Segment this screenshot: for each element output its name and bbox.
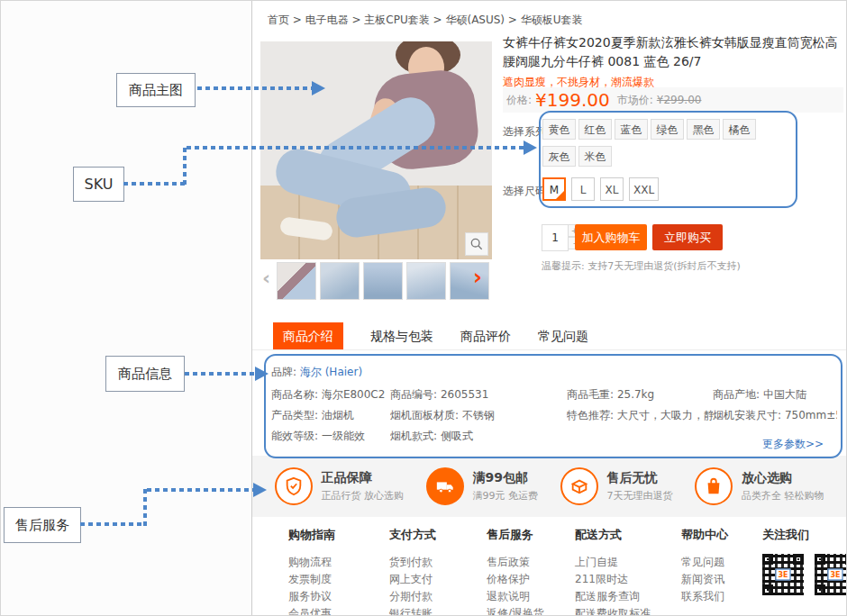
footer-link[interactable]: 服务协议 <box>288 588 389 605</box>
info-field: 特色推荐: 大尺寸，大吸力，静音... <box>567 408 713 423</box>
annotated-screenshot: 商品主图 SKU 商品信息 售后服务 首页 > 电子电器 > 主板CPU套装 >… <box>0 0 847 616</box>
brand-label: 品牌: <box>271 366 296 378</box>
footer-link[interactable]: 退款说明 <box>487 588 575 605</box>
qr-finder <box>762 554 773 565</box>
footer-link[interactable]: 联系我们 <box>681 588 762 605</box>
info-field-value: 中国大陆 <box>763 388 806 401</box>
more-params-link[interactable]: 更多参数>> <box>762 437 824 452</box>
footer-column-title: 支付方式 <box>389 527 487 543</box>
service-desc: 7天无理由退货 <box>607 489 673 503</box>
footer-column-title: 配送方式 <box>575 527 681 543</box>
service-desc: 满99元 免运费 <box>473 489 539 503</box>
thumbnail[interactable] <box>406 262 446 300</box>
size-options-row: M L XL XXL <box>542 177 659 201</box>
truck-icon <box>426 467 464 505</box>
product-main-image[interactable] <box>260 41 492 259</box>
service-item: 售后无忧 7天无理由退货 <box>560 467 673 505</box>
thumbnail[interactable] <box>450 262 489 300</box>
quantity-input[interactable]: 1 <box>542 224 569 251</box>
footer-link[interactable]: 价格保护 <box>487 571 575 588</box>
info-field: 烟机安装尺寸: 750mm±50mm（烟... <box>713 408 837 423</box>
footer-link[interactable]: 211限时达 <box>575 571 681 588</box>
footer-link[interactable]: 货到付款 <box>389 554 487 571</box>
footer-link[interactable]: 配送费收取标准 <box>575 605 681 616</box>
footer-link[interactable]: 返修/退换货 <box>487 605 575 616</box>
footer-link[interactable]: 发票制度 <box>288 571 389 588</box>
service-title: 满99包邮 <box>473 470 539 486</box>
service-guarantee-strip: 正品保障 正品行货 放心选购 满99包邮 满99元 免运费 售后无忧 7天无理由… <box>252 456 846 517</box>
series-option[interactable]: 绿色 <box>651 119 684 140</box>
footer-column-help: 帮助中心 常见问题 新闻资讯 联系我们 <box>681 527 762 616</box>
annotation-arrow-info <box>185 372 255 376</box>
add-to-cart-button[interactable]: 加入购物车 <box>575 224 647 250</box>
tab-reviews[interactable]: 商品评价 <box>460 322 511 349</box>
footer-link[interactable]: 购物流程 <box>288 554 389 571</box>
brand-link[interactable]: 海尔 (Haier) <box>300 366 362 378</box>
gallery-next-icon[interactable]: › <box>473 265 482 290</box>
annotation-arrowhead-main-image <box>312 81 325 95</box>
info-field: 烟机面板材质: 不锈钢 <box>390 408 567 423</box>
info-field-label: 烟机安装尺寸: <box>713 409 781 421</box>
info-field-label: 产品类型: <box>271 409 318 421</box>
footer-link[interactable]: 分期付款 <box>389 588 487 605</box>
footer-link[interactable]: 网上支付 <box>389 571 487 588</box>
size-option[interactable]: XL <box>600 177 624 201</box>
tab-spec-package[interactable]: 规格与包装 <box>370 322 433 349</box>
size-option-selected[interactable]: M <box>542 177 566 201</box>
thumbnail[interactable] <box>277 262 316 300</box>
info-field: 商品毛重: 25.7kg <box>567 387 713 403</box>
annotation-label-main-image: 商品主图 <box>116 73 196 107</box>
annotation-arrow-service-seg2 <box>143 488 147 526</box>
series-option[interactable]: 米色 <box>578 146 612 167</box>
info-field: 商品编号: 2605531 <box>390 387 567 403</box>
footer-link[interactable]: 上门自提 <box>575 554 681 571</box>
thumbnail[interactable] <box>320 262 360 300</box>
series-options-row1: 黄色 红色 蓝色 绿色 黑色 橘色 <box>542 119 756 140</box>
thumbnail[interactable] <box>363 262 403 300</box>
info-field: 商品名称: 海尔E800C2 <box>271 387 390 403</box>
annotation-label-sku: SKU <box>73 167 124 202</box>
series-option[interactable]: 黄色 <box>542 119 576 140</box>
info-field-label: 商品编号: <box>390 388 437 401</box>
footer-column-title: 售后服务 <box>487 527 575 543</box>
size-option[interactable]: L <box>571 177 595 201</box>
returns-box-icon <box>560 467 598 505</box>
series-option[interactable]: 黑色 <box>687 119 720 140</box>
tab-faq[interactable]: 常见问题 <box>538 322 588 349</box>
market-price-value: ¥299.00 <box>657 94 702 106</box>
tab-product-intro[interactable]: 商品介绍 <box>273 322 343 349</box>
buy-now-button[interactable]: 立即购买 <box>652 224 723 250</box>
series-option[interactable]: 蓝色 <box>615 119 648 140</box>
series-option[interactable]: 灰色 <box>542 146 576 167</box>
service-item: 满99包邮 满99元 免运费 <box>426 467 539 505</box>
footer-link[interactable]: 新闻资讯 <box>681 571 762 588</box>
info-field-value: 大尺寸，大吸力，静音... <box>617 409 713 421</box>
annotation-arrowhead-service <box>253 483 267 497</box>
footer-column-title: 购物指南 <box>288 527 389 543</box>
footer-column-payment: 支付方式 货到付款 网上支付 分期付款 银行转账 <box>389 527 487 616</box>
footer-link[interactable]: 银行转账 <box>389 605 487 616</box>
gallery-prev-icon[interactable]: ‹ <box>262 267 270 289</box>
info-field: 商品产地: 中国大陆 <box>713 387 837 403</box>
info-field-value: 海尔E800C2 <box>322 388 386 401</box>
size-option[interactable]: XXL <box>629 177 659 201</box>
annotation-label-info: 商品信息 <box>105 356 185 392</box>
magnifier-icon[interactable] <box>465 232 488 256</box>
service-item: 正品保障 正品行货 放心选购 <box>275 467 405 505</box>
footer-link[interactable]: 售后政策 <box>487 554 575 571</box>
footer-link[interactable]: 会员优惠 <box>288 605 389 616</box>
qr-logo: 3E <box>775 569 790 581</box>
footer-link[interactable]: 常见问题 <box>681 554 762 571</box>
series-option[interactable]: 橘色 <box>723 119 756 140</box>
annotation-arrow-sku-seg3 <box>187 146 524 149</box>
footer-column-delivery: 配送方式 上门自提 211限时达 配送服务查询 配送费收取标准 海外配送 <box>575 527 681 616</box>
annotation-label-text: 商品主图 <box>129 82 183 99</box>
info-field: 能效等级: 一级能效 <box>271 429 390 444</box>
info-field-label: 商品产地: <box>713 388 760 401</box>
series-option[interactable]: 红色 <box>578 119 612 140</box>
info-field-label: 商品毛重: <box>567 388 614 401</box>
footer-link[interactable]: 配送服务查询 <box>575 588 681 605</box>
qr-finder <box>762 584 773 595</box>
info-field: 产品类型: 油烟机 <box>271 408 390 423</box>
breadcrumb[interactable]: 首页 > 电子电器 > 主板CPU套装 > 华硕(ASUS) > 华硕板U套装 <box>268 13 583 28</box>
